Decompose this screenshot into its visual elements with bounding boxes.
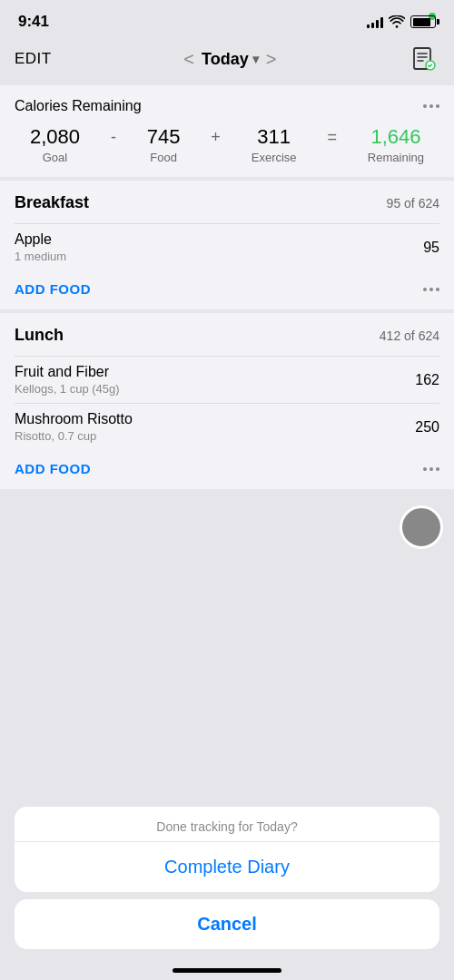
dot3	[436, 104, 439, 108]
fruit-fiber-name: Fruit and Fiber	[15, 364, 120, 380]
signal-bars-icon	[367, 15, 383, 28]
apple-name: Apple	[15, 231, 66, 248]
nav-bar: EDIT < Today ▾ >	[0, 36, 454, 82]
complete-diary-button[interactable]: Complete Diary	[15, 842, 439, 892]
breakfast-header: Breakfast 95 of 624	[15, 193, 439, 212]
lunch-title: Lunch	[15, 326, 64, 345]
breakfast-add-food-row: ADD FOOD	[15, 270, 439, 297]
food-label: Food	[150, 151, 177, 164]
food-item-apple[interactable]: Apple 1 medium 95	[15, 223, 439, 270]
remaining-label: Remaining	[368, 151, 424, 164]
food-item-calories: 745 Food	[147, 125, 181, 164]
diary-icon[interactable]	[409, 44, 439, 74]
action-sheet-container: Done tracking for Today? Complete Diary …	[0, 807, 454, 980]
equals-operator: =	[327, 128, 337, 147]
dropdown-arrow-icon[interactable]: ▾	[252, 52, 259, 66]
action-sheet-cancel-group: Cancel	[15, 899, 439, 949]
food-item-risotto[interactable]: Mushroom Risotto Risotto, 0.7 cup 250	[15, 403, 439, 450]
status-time: 9:41	[18, 13, 49, 31]
risotto-desc: Risotto, 0.7 cup	[15, 429, 133, 443]
breakfast-title: Breakfast	[15, 193, 89, 212]
calories-card: Calories Remaining 2,080 Goal - 745 Food…	[0, 85, 454, 177]
more-options-button[interactable]	[423, 104, 439, 108]
cancel-button[interactable]: Cancel	[15, 899, 439, 949]
lunch-section: Lunch 412 of 624 Fruit and Fiber Kellogs…	[0, 313, 454, 489]
exercise-label: Exercise	[252, 151, 297, 164]
scroll-handle[interactable]	[400, 505, 443, 549]
action-sheet-group: Done tracking for Today? Complete Diary	[15, 807, 439, 892]
food-value: 745	[147, 125, 181, 149]
apple-desc: 1 medium	[15, 250, 66, 263]
home-indicator	[173, 968, 281, 973]
plus-operator: +	[211, 128, 221, 147]
battery-icon	[410, 15, 436, 28]
prev-day-button[interactable]: <	[183, 49, 194, 70]
action-sheet: Done tracking for Today? Complete Diary …	[0, 807, 454, 980]
minus-operator: -	[111, 128, 116, 147]
dot1	[423, 104, 427, 108]
remaining-value: 1,646	[370, 125, 420, 149]
exercise-value: 311	[257, 125, 291, 149]
apple-info: Apple 1 medium	[15, 231, 66, 263]
remaining-item: 1,646 Remaining	[368, 125, 424, 164]
goal-label: Goal	[43, 151, 67, 164]
lunch-more-options[interactable]	[423, 467, 439, 471]
fruit-fiber-cal: 162	[415, 372, 439, 388]
lunch-calories: 412 of 624	[380, 328, 439, 343]
fruit-fiber-desc: Kellogs, 1 cup (45g)	[15, 382, 120, 396]
exercise-item: 311 Exercise	[252, 125, 297, 164]
lunch-add-food-row: ADD FOOD	[15, 450, 439, 476]
fruit-fiber-info: Fruit and Fiber Kellogs, 1 cup (45g)	[15, 364, 120, 396]
risotto-name: Mushroom Risotto	[15, 411, 133, 427]
status-bar: 9:41	[0, 0, 454, 36]
calories-row: 2,080 Goal - 745 Food + 311 Exercise = 1…	[15, 125, 439, 164]
breakfast-section: Breakfast 95 of 624 Apple 1 medium 95 AD…	[0, 181, 454, 309]
calories-header: Calories Remaining	[15, 98, 439, 114]
next-day-button[interactable]: >	[266, 49, 277, 70]
dot2	[429, 104, 433, 108]
goal-item: 2,080 Goal	[30, 125, 80, 164]
food-item-fruit-fiber[interactable]: Fruit and Fiber Kellogs, 1 cup (45g) 162	[15, 356, 439, 403]
lunch-header: Lunch 412 of 624	[15, 326, 439, 345]
breakfast-more-options[interactable]	[423, 288, 439, 291]
action-sheet-message: Done tracking for Today?	[15, 807, 439, 842]
status-icons	[367, 15, 436, 28]
lunch-add-food-button[interactable]: ADD FOOD	[15, 461, 91, 476]
risotto-cal: 250	[415, 419, 439, 436]
calories-title: Calories Remaining	[15, 98, 142, 114]
wifi-icon	[389, 15, 405, 28]
breakfast-calories: 95 of 624	[387, 196, 439, 211]
edit-button[interactable]: EDIT	[15, 50, 52, 68]
goal-value: 2,080	[30, 125, 80, 149]
breakfast-add-food-button[interactable]: ADD FOOD	[15, 281, 91, 297]
apple-cal: 95	[423, 240, 439, 256]
date-title: Today ▾	[202, 50, 259, 69]
risotto-info: Mushroom Risotto Risotto, 0.7 cup	[15, 411, 133, 443]
nav-center: < Today ▾ >	[183, 49, 276, 70]
